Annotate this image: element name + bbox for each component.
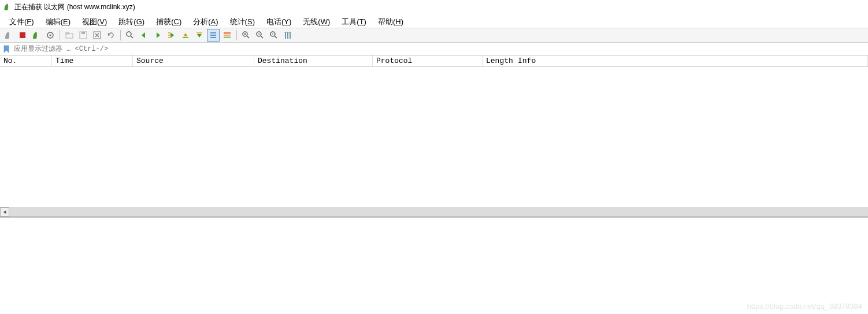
svg-rect-0 [20, 32, 25, 38]
menu-go[interactable]: 跳转(G) [113, 16, 150, 25]
reload-file-button[interactable] [105, 29, 117, 42]
column-destination[interactable]: Destination [254, 55, 373, 66]
go-to-packet-button[interactable] [165, 29, 178, 42]
display-filter-bar [0, 43, 868, 55]
svg-text:1: 1 [272, 32, 274, 36]
zoom-in-button[interactable] [240, 29, 253, 42]
svg-line-29 [275, 36, 277, 38]
svg-line-26 [261, 36, 263, 38]
svg-rect-20 [224, 37, 231, 39]
title-bar: 正在捕获 以太网 (host www.mclink.xyz) [0, 0, 868, 14]
bookmark-icon[interactable] [1, 44, 12, 54]
toolbar-separator [120, 30, 121, 40]
watermark-text: https://blog.csdn.net/qq_38378384 [747, 302, 863, 311]
go-back-button[interactable] [138, 29, 150, 42]
column-source[interactable]: Source [133, 55, 254, 66]
go-forward-button[interactable] [151, 29, 164, 42]
menu-file[interactable]: 文件(F) [3, 16, 40, 25]
svg-point-8 [127, 32, 131, 36]
menu-analyze[interactable]: 分析(A) [187, 16, 224, 25]
stop-capture-button[interactable] [16, 29, 29, 42]
save-file-button[interactable] [77, 29, 90, 42]
resize-columns-button[interactable] [281, 29, 294, 42]
toolbar-separator [236, 30, 237, 40]
packet-details-area [0, 217, 868, 291]
menu-statistics[interactable]: 统计(S) [224, 16, 261, 25]
svg-rect-19 [224, 35, 231, 36]
menu-bar: 文件(F) 编辑(E) 视图(V) 跳转(G) 捕获(C) 分析(A) 统计(S… [0, 14, 868, 28]
column-time[interactable]: Time [52, 55, 133, 66]
menu-capture[interactable]: 捕获(C) [150, 16, 187, 25]
svg-line-9 [131, 36, 133, 38]
column-length[interactable]: Length [483, 55, 514, 66]
open-file-button[interactable] [63, 29, 76, 42]
menu-telephony[interactable]: 电话(Y) [261, 16, 297, 25]
column-protocol[interactable]: Protocol [373, 55, 483, 66]
start-capture-button[interactable] [2, 29, 15, 42]
column-no[interactable]: No. [0, 55, 52, 66]
horizontal-scrollbar[interactable]: ◄ [0, 207, 868, 216]
menu-edit[interactable]: 编辑(E) [40, 16, 76, 25]
zoom-reset-button[interactable]: 1 [268, 29, 280, 42]
restart-capture-button[interactable] [30, 29, 43, 42]
svg-rect-18 [224, 32, 231, 34]
column-info[interactable]: Info [514, 55, 868, 66]
menu-view[interactable]: 视图(V) [76, 16, 113, 25]
capture-options-button[interactable] [44, 29, 57, 42]
packet-list-area: ◄ [0, 67, 868, 217]
close-file-button[interactable] [91, 29, 103, 42]
zoom-out-button[interactable] [254, 29, 266, 42]
scroll-track[interactable] [9, 208, 868, 216]
toolbar: 1 [0, 28, 868, 43]
find-packet-button[interactable] [124, 29, 136, 42]
svg-rect-6 [81, 32, 85, 34]
auto-scroll-button[interactable] [207, 29, 220, 42]
svg-point-2 [50, 35, 51, 36]
menu-tools[interactable]: 工具(T) [336, 16, 372, 25]
toolbar-separator [60, 30, 60, 40]
go-last-button[interactable] [193, 29, 206, 42]
menu-wireless[interactable]: 无线(W) [297, 16, 336, 25]
app-icon [3, 3, 12, 11]
window-title: 正在捕获 以太网 (host www.mclink.xyz) [14, 2, 135, 12]
svg-line-22 [247, 36, 249, 38]
packet-table-header: No. Time Source Destination Protocol Len… [0, 55, 868, 67]
colorize-button[interactable] [221, 29, 233, 42]
scroll-left-arrow[interactable]: ◄ [0, 207, 9, 216]
display-filter-input[interactable] [12, 44, 868, 54]
menu-help[interactable]: 帮助(H) [372, 16, 409, 25]
go-first-button[interactable] [179, 29, 192, 42]
